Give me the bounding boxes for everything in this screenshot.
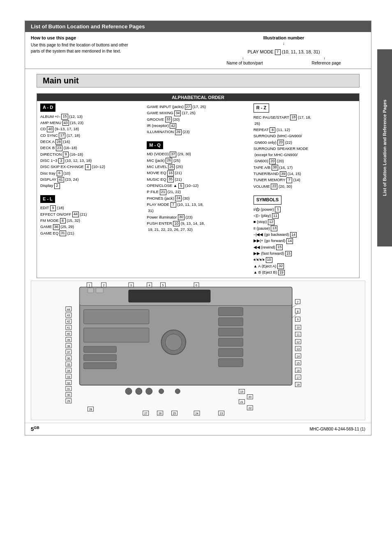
- illustration-label: Illustration number: [202, 35, 365, 40]
- svg-text:2: 2: [103, 284, 104, 287]
- svg-point-20: [146, 388, 152, 395]
- svg-text:22: 22: [248, 407, 251, 410]
- svg-rect-9: [219, 328, 243, 336]
- main-unit-header: Main unit: [37, 74, 360, 88]
- svg-text:37: 37: [67, 351, 70, 354]
- col-header-rz: R - Z: [254, 104, 269, 113]
- title-bar: List of Button Location and Reference Pa…: [25, 21, 371, 32]
- svg-text:16: 16: [297, 369, 300, 372]
- svg-text:40: 40: [67, 333, 70, 336]
- device-diagram: 1 2 3 4 5 6 7 8 9 10: [31, 281, 365, 420]
- col-header-mq: M - Q: [147, 141, 163, 150]
- svg-point-22: [175, 389, 180, 394]
- svg-text:27: 27: [144, 412, 148, 415]
- svg-rect-7: [219, 308, 243, 316]
- svg-point-19: [136, 388, 142, 395]
- svg-rect-12: [219, 359, 243, 367]
- alpha-order-title: ALPHABETICAL ORDER: [37, 94, 359, 101]
- page-number: 5GB: [31, 426, 39, 432]
- svg-text:42: 42: [67, 320, 70, 323]
- svg-text:20: 20: [248, 396, 251, 399]
- svg-text:28: 28: [89, 408, 92, 411]
- svg-text:35: 35: [67, 363, 70, 366]
- svg-text:8: 8: [297, 310, 299, 313]
- svg-text:18: 18: [297, 384, 300, 387]
- svg-text:11: 11: [297, 334, 300, 336]
- svg-text:44: 44: [67, 308, 70, 311]
- svg-text:17: 17: [297, 376, 300, 379]
- svg-text:31: 31: [67, 388, 70, 391]
- svg-text:13: 13: [297, 348, 300, 350]
- footer-model: MHC-GN800 4-244-569-11 (1): [309, 427, 365, 431]
- col-header-el: E - L: [40, 195, 55, 203]
- svg-text:14: 14: [297, 355, 300, 358]
- main-content: List of Button Location and Reference Pa…: [25, 21, 371, 435]
- svg-point-17: [165, 334, 182, 351]
- svg-text:12: 12: [297, 341, 300, 343]
- col-1: A - D ALBUM +/– 15 (12, 13) AMP MENU 43 …: [40, 104, 143, 275]
- svg-rect-8: [219, 318, 243, 326]
- svg-text:34: 34: [67, 369, 70, 372]
- arrow-labels: ↑ ↑: [202, 56, 365, 61]
- svg-text:19: 19: [240, 391, 244, 394]
- alpha-order-box: ALPHABETICAL ORDER A - D ALBUM +/– 15 (1…: [37, 93, 360, 278]
- svg-rect-10: [219, 339, 243, 347]
- side-tab: List of Button Location and Reference Pa…: [377, 49, 392, 246]
- col-header-symbols: SYMBOLS: [254, 196, 281, 205]
- svg-rect-5: [84, 310, 149, 324]
- svg-rect-2: [129, 290, 210, 302]
- how-to-use-section: How to use this page Use this page to fi…: [25, 32, 371, 69]
- name-reference-labels: Name of button/part Reference page: [202, 61, 365, 65]
- svg-text:30: 30: [67, 394, 70, 397]
- svg-rect-15: [84, 363, 117, 369]
- how-to-use-left: How to use this page Use this page to fi…: [31, 35, 194, 65]
- svg-text:10: 10: [297, 327, 300, 329]
- svg-text:26: 26: [159, 412, 162, 415]
- svg-text:1: 1: [89, 284, 90, 287]
- svg-text:21: 21: [240, 401, 244, 404]
- three-col-layout: A - D ALBUM +/– 15 (12, 13) AMP MENU 43 …: [37, 101, 359, 278]
- col-2: GAME INPUT (jacks) 27 (17, 25) GAME MIXI…: [147, 104, 249, 275]
- svg-rect-13: [84, 346, 117, 352]
- page-container: List of Button Location and Reference Pa…: [0, 0, 392, 555]
- svg-text:4: 4: [149, 284, 150, 287]
- svg-text:15: 15: [297, 362, 300, 365]
- col-3: R - Z REC PAUSE/START 18 (17, 18, 25) RE…: [254, 104, 356, 275]
- svg-text:38: 38: [67, 345, 70, 348]
- svg-text:43: 43: [67, 314, 70, 317]
- how-to-use-text: Use this page to find the location of bu…: [31, 42, 194, 54]
- svg-text:33: 33: [67, 375, 70, 378]
- play-mode-example: PLAY MODE 7 (10, 11, 13, 18, 31): [202, 47, 365, 56]
- svg-text:25: 25: [173, 412, 176, 415]
- svg-text:41: 41: [67, 327, 70, 329]
- how-to-use-title: How to use this page: [31, 35, 194, 40]
- svg-text:7: 7: [297, 301, 299, 304]
- svg-text:24: 24: [195, 412, 198, 415]
- svg-rect-14: [84, 355, 117, 361]
- svg-rect-6: [84, 328, 149, 343]
- svg-text:23: 23: [220, 412, 223, 415]
- svg-rect-11: [219, 348, 243, 357]
- bottom-bar: 5GB MHC-GN800 4-244-569-11 (1): [25, 423, 371, 435]
- page-title: List of Button Location and Reference Pa…: [31, 23, 145, 30]
- col-header-ad: A - D: [40, 104, 55, 112]
- svg-point-21: [159, 389, 164, 394]
- svg-text:32: 32: [67, 382, 70, 385]
- svg-rect-4: [96, 288, 103, 293]
- svg-text:5: 5: [162, 284, 164, 287]
- svg-text:39: 39: [67, 339, 70, 341]
- svg-text:36: 36: [67, 357, 70, 360]
- svg-text:29: 29: [67, 400, 70, 403]
- main-unit-section: Main unit: [25, 69, 371, 91]
- svg-text:6: 6: [196, 284, 197, 287]
- svg-line-112: [292, 304, 298, 308]
- how-to-use-right: Illustration number ↓ PLAY MODE 7 (10, 1…: [202, 35, 365, 65]
- svg-point-18: [125, 388, 132, 395]
- svg-text:3: 3: [130, 284, 132, 287]
- device-svg: 1 2 3 4 5 6 7 8 9 10: [31, 281, 365, 420]
- alpha-order-section: ALPHABETICAL ORDER A - D ALBUM +/– 15 (1…: [31, 93, 365, 278]
- svg-rect-3: [88, 288, 94, 293]
- svg-text:9: 9: [297, 318, 299, 321]
